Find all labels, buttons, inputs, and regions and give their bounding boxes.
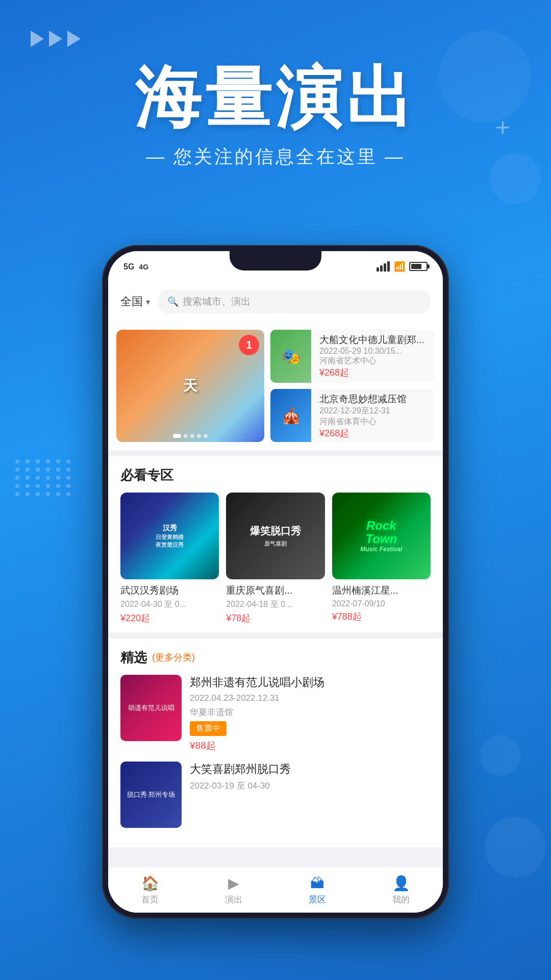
nav-item-profile[interactable]: 👤 我的 [359, 875, 443, 905]
battery-icon [409, 262, 428, 271]
play-icon-2 [49, 31, 62, 47]
must-see-img-1: 汉秀 日登黄鹤楼 夜赏楚汉秀 [120, 493, 219, 579]
must-see-date-1: 2022-04-30 至 0... [120, 599, 219, 610]
banner-card-1[interactable]: 🎭 大船文化中德儿童剧郑... 2022-05-29 10:30/15... 河… [270, 330, 435, 383]
featured-title-2: 大笑喜剧郑州脱口秀 [190, 762, 431, 777]
must-see-price-3: ¥788起 [332, 610, 431, 623]
must-see-img-3: RockTown Music Festival [332, 493, 431, 579]
must-see-name-3: 温州楠溪江星... [332, 584, 431, 597]
search-bar[interactable]: 🔍 搜索城市、演出 [158, 290, 431, 313]
banner-card-1-image: 🎭 [270, 330, 311, 383]
home-icon: 🏠 [141, 875, 159, 892]
banner-card-1-price: ¥268起 [319, 366, 432, 379]
banner-dots [173, 434, 208, 438]
bg-decoration-3 [480, 735, 520, 776]
top-navigation: 全国 ▾ 🔍 搜索城市、演出 [108, 282, 443, 322]
featured-img-1: 胡遗有范儿说唱 [120, 675, 182, 741]
banner-card-2-title: 北京奇思妙想减压馆 [319, 393, 432, 406]
must-see-name-1: 武汉汉秀剧场 [120, 584, 219, 597]
banner-card-2-venue: 河南省体育中心 [319, 416, 432, 427]
banner-card-1-title: 大船文化中德儿童剧郑... [319, 334, 432, 347]
featured-date-2: 2022-03-19 至 04-30 [190, 780, 431, 792]
banner-rank-badge: 1 [239, 335, 259, 355]
nav-item-scenic[interactable]: 🏔 景区 [276, 875, 359, 905]
status-badge-1: 售票中 [190, 721, 227, 736]
phone-mockup: 5G 4G 📶 [102, 245, 449, 919]
must-see-price-1: ¥220起 [120, 612, 219, 624]
must-see-item-3[interactable]: RockTown Music Festival 温州楠溪江星... 2022-0… [332, 493, 431, 624]
play-icons-decoration [31, 31, 81, 47]
location-text: 全国 [120, 294, 143, 309]
featured-more[interactable]: (更多分类) [152, 651, 195, 664]
notch [230, 251, 321, 271]
play-icon-3 [67, 31, 81, 47]
featured-price-1: ¥88起 [190, 739, 431, 752]
search-placeholder: 搜索城市、演出 [183, 295, 251, 308]
sub-title: — 您关注的信息全在这里 — [0, 144, 551, 169]
featured-venue-1: 华夏非遗馆 [190, 706, 431, 718]
featured-date-1: 2022.04.23-2022.12.31 [190, 693, 431, 703]
status-bar: 5G 4G 📶 [108, 251, 443, 282]
featured-info-2: 大笑喜剧郑州脱口秀 2022-03-19 至 04-30 [190, 762, 431, 828]
featured-img-2: 脱口秀·郑州专场 [120, 762, 182, 828]
must-see-section: 必看专区 汉秀 日登黄鹤楼 夜赏楚汉秀 [108, 456, 443, 632]
play-circle-icon: ▶ [228, 875, 239, 892]
must-see-item-2[interactable]: 爆笑脱口秀 原气喜剧 重庆原气喜剧... 2022-04-18 至 0... ¥… [226, 493, 324, 624]
bottom-navigation: 🏠 首页 ▶ 演出 🏔 景区 👤 我的 [108, 867, 443, 913]
landscape-icon: 🏔 [310, 875, 324, 892]
featured-section: 精选 (更多分类) 胡遗有范儿说唱 郑州非遗有范儿说唱小剧场 2022.04.2… [108, 639, 443, 847]
banner-card-2-image: 🎪 [270, 389, 311, 442]
phone-inner: 5G 4G 📶 [108, 251, 443, 913]
nav-label-scenic: 景区 [309, 894, 326, 905]
network-label: 5G 4G [123, 261, 148, 272]
app-content: 全国 ▾ 🔍 搜索城市、演出 天 [108, 282, 443, 913]
must-see-name-2: 重庆原气喜剧... [226, 584, 324, 597]
dots-decoration [15, 459, 72, 496]
banner-section: 天 1 [108, 322, 443, 450]
signal-icon [377, 261, 390, 272]
wifi-icon: 📶 [394, 261, 405, 272]
nav-label-shows: 演出 [225, 894, 242, 905]
must-see-grid: 汉秀 日登黄鹤楼 夜赏楚汉秀 武汉汉秀剧场 2022-04-30 至 0... … [120, 493, 431, 624]
search-icon: 🔍 [167, 296, 179, 307]
banner-card-1-info: 大船文化中德儿童剧郑... 2022-05-29 10:30/15... 河南省… [316, 330, 435, 383]
featured-item-1[interactable]: 胡遗有范儿说唱 郑州非遗有范儿说唱小剧场 2022.04.23-2022.12.… [120, 675, 431, 752]
chevron-down-icon: ▾ [146, 297, 150, 307]
location-selector[interactable]: 全国 ▾ [120, 294, 150, 309]
banner-main-image[interactable]: 天 1 [116, 330, 264, 442]
nav-item-home[interactable]: 🏠 首页 [108, 875, 192, 905]
banner-card-1-date: 2022-05-29 10:30/15... [319, 347, 432, 356]
banner-side: 🎭 大船文化中德儿童剧郑... 2022-05-29 10:30/15... 河… [270, 330, 435, 442]
banner-card-2-info: 北京奇思妙想减压馆 2022-12-29至12-31 河南省体育中心 ¥268起 [316, 389, 435, 442]
featured-info-1: 郑州非遗有范儿说唱小剧场 2022.04.23-2022.12.31 华夏非遗馆… [190, 675, 431, 752]
banner-card-2-date: 2022-12-29至12-31 [319, 406, 432, 416]
play-icon-1 [31, 31, 44, 47]
header-section: 海量演出 — 您关注的信息全在这里 — [0, 61, 551, 169]
featured-title-1: 郑州非遗有范儿说唱小剧场 [190, 675, 431, 690]
main-title: 海量演出 [0, 61, 551, 134]
nav-label-profile: 我的 [392, 894, 410, 905]
must-see-date-3: 2022-07-09/10 [332, 599, 431, 608]
banner-card-1-venue: 河南省艺术中心 [319, 356, 432, 366]
must-see-img-2: 爆笑脱口秀 原气喜剧 [226, 493, 324, 579]
nav-item-shows[interactable]: ▶ 演出 [192, 875, 276, 905]
status-right: 📶 [377, 261, 428, 272]
must-see-item-1[interactable]: 汉秀 日登黄鹤楼 夜赏楚汉秀 武汉汉秀剧场 2022-04-30 至 0... … [120, 493, 219, 624]
banner-container: 天 1 [116, 330, 435, 442]
bg-decoration-4 [485, 817, 546, 878]
banner-card-2-price: ¥268起 [319, 427, 432, 439]
featured-title: 精选 (更多分类) [120, 649, 431, 667]
phone-outer: 5G 4G 📶 [102, 245, 449, 919]
banner-card-2[interactable]: 🎪 北京奇思妙想减压馆 2022-12-29至12-31 河南省体育中心 ¥26… [270, 389, 435, 442]
must-see-price-2: ¥78起 [226, 612, 324, 624]
featured-item-2[interactable]: 脱口秀·郑州专场 大笑喜剧郑州脱口秀 2022-03-19 至 04-30 [120, 762, 431, 828]
nav-label-home: 首页 [141, 894, 159, 905]
must-see-date-2: 2022-04-18 至 0... [226, 599, 324, 610]
person-icon: 👤 [392, 875, 410, 892]
must-see-title: 必看专区 [120, 467, 431, 484]
